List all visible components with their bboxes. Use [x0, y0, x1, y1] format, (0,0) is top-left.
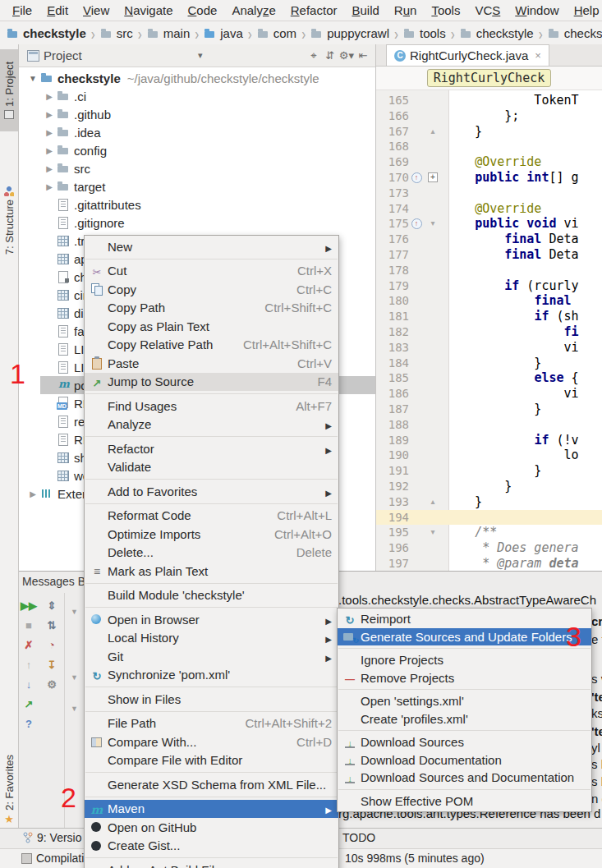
code-line[interactable]: 177 final Deta — [376, 247, 602, 263]
tree-row[interactable]: .idea — [19, 123, 375, 141]
context-menu-item[interactable]: Analyze — [85, 416, 338, 434]
breadcrumb-item[interactable]: main › — [147, 26, 204, 40]
override-method-icon[interactable] — [409, 172, 424, 183]
submenu-item[interactable]: Download Documentation — [338, 751, 591, 769]
tree-collapse-arrow-icon[interactable]: ▼ — [71, 608, 78, 616]
tree-expand-arrow-icon[interactable] — [42, 110, 57, 119]
menu-bar-item[interactable]: Refactor — [283, 2, 345, 18]
override-method-icon[interactable] — [409, 218, 424, 229]
fold-marker-icon[interactable] — [424, 216, 442, 232]
tab-close-icon[interactable]: × — [535, 49, 541, 62]
code-line[interactable]: 170 public int[] g — [376, 170, 602, 186]
context-menu-item[interactable]: Find Usages Alt+F7 — [85, 397, 338, 416]
menu-bar-item[interactable]: Code — [181, 2, 225, 18]
code-line[interactable]: 184 } — [376, 356, 602, 371]
context-menu-item[interactable]: Open on GitHub — [85, 818, 338, 837]
settings-icon[interactable]: ⚙▾ — [339, 49, 354, 62]
breadcrumb-item[interactable]: checks › — [548, 26, 602, 40]
submenu-item[interactable]: Remove Projects — [338, 669, 591, 687]
code-line[interactable]: 192 } — [376, 479, 602, 494]
code-line[interactable]: 175 public void vi — [376, 216, 602, 232]
code-line[interactable]: 169 @Override — [376, 154, 602, 170]
breadcrumb-item[interactable]: com › — [257, 26, 310, 40]
code-line[interactable]: 196 * Does genera — [376, 540, 602, 556]
code-line[interactable]: 190 lo — [376, 448, 602, 463]
next-message-icon[interactable]: ↓ — [20, 675, 38, 695]
context-menu-item[interactable]: Paste Ctrl+V — [85, 354, 338, 373]
code-line[interactable]: 165 TokenT — [376, 93, 602, 108]
code-line[interactable]: 181 if (sh — [376, 309, 602, 324]
breadcrumb-item[interactable]: checkstyle › — [7, 26, 100, 40]
hide-panel-icon[interactable]: ⇤ — [356, 49, 370, 62]
collapse-all-icon[interactable]: ⇅ — [43, 616, 61, 636]
menu-bar-item[interactable]: Help — [567, 2, 602, 18]
menu-bar-item[interactable]: VCS — [467, 2, 508, 18]
help-icon[interactable]: ? — [20, 714, 38, 734]
editor-tab[interactable]: C RightCurlyCheck.java × — [386, 44, 549, 66]
menu-bar-item[interactable]: Build — [344, 2, 386, 18]
version-control-tab[interactable]: 9: Versio — [23, 831, 81, 844]
menu-bar-item[interactable]: Tools — [424, 2, 467, 18]
context-menu-item[interactable]: Cut Ctrl+X — [85, 262, 338, 281]
context-menu-item[interactable]: New — [85, 237, 338, 256]
breadcrumb-item[interactable]: tools › — [403, 26, 460, 40]
context-menu-item[interactable]: Delete... Delete — [85, 544, 338, 563]
context-menu-item[interactable]: Copy Ctrl+C — [85, 280, 338, 299]
tree-row[interactable]: .gitignore — [19, 214, 375, 232]
code-line[interactable]: 194 — [376, 510, 602, 526]
code-line[interactable]: 188 — [376, 417, 602, 433]
tree-row[interactable]: src — [19, 159, 375, 177]
submenu-item[interactable]: Create 'profiles.xml' — [338, 710, 591, 728]
fold-marker-icon[interactable] — [424, 124, 442, 140]
breadcrumb-item[interactable]: java › — [204, 26, 257, 40]
context-menu-item[interactable]: Mark as Plain Text — [85, 562, 338, 581]
code-line[interactable]: 197 * @param deta — [376, 556, 602, 571]
tree-expand-arrow-icon[interactable] — [25, 489, 40, 498]
context-menu-item[interactable]: Compare With... Ctrl+D — [85, 733, 338, 751]
submenu-item[interactable]: Open 'settings.xml' — [338, 692, 591, 710]
context-menu-item[interactable]: Local History — [85, 629, 338, 648]
tree-row[interactable]: .ci — [19, 87, 375, 105]
code-line[interactable]: 168 — [376, 139, 602, 154]
context-menu-item[interactable]: Add as Ant Build File — [85, 861, 338, 868]
close-icon[interactable]: ✗ — [20, 636, 38, 655]
menu-bar-item[interactable]: Run — [387, 2, 425, 18]
menu-bar-item[interactable]: Analyze — [224, 2, 283, 18]
submenu-item[interactable]: Ignore Projects — [338, 651, 591, 669]
submenu-item[interactable]: Reimport — [338, 610, 591, 628]
tree-row[interactable]: target — [19, 177, 375, 195]
code-line[interactable]: 173 — [376, 186, 602, 201]
import-icon[interactable]: ↧ — [43, 655, 61, 675]
tree-expand-arrow-icon[interactable] — [42, 164, 57, 173]
tool-stripe-structure-tab[interactable]: 7: Structure — [0, 176, 18, 266]
code-editor[interactable]: 165 TokenT 166 }; 167 } 168 — [376, 90, 602, 571]
context-menu-item[interactable]: Maven — [85, 800, 338, 819]
code-line[interactable]: 187 } — [376, 402, 602, 417]
tree-row[interactable]: .github — [19, 105, 375, 123]
expand-all-icon[interactable]: ⇕ — [43, 596, 61, 616]
stop-icon[interactable]: ■ — [20, 616, 38, 636]
fold-marker-icon[interactable] — [424, 170, 442, 186]
code-line[interactable]: 180 final — [376, 293, 602, 309]
context-menu-item[interactable]: Generate XSD Schema from XML File... — [85, 775, 338, 794]
code-line[interactable]: 183 vi — [376, 340, 602, 356]
code-line[interactable]: 178 — [376, 263, 602, 278]
export-icon[interactable]: ↗ — [20, 695, 38, 714]
context-menu-item[interactable]: Refactor — [85, 439, 338, 458]
compilation-status[interactable]: Compilatio — [21, 852, 90, 865]
todo-tab[interactable]: TODO — [342, 831, 375, 844]
tree-row[interactable]: .gitattributes — [19, 195, 375, 214]
code-line[interactable]: 174 @Override — [376, 201, 602, 217]
code-line[interactable]: 185 else { — [376, 370, 602, 386]
submenu-item[interactable]: Download Sources — [338, 733, 591, 751]
breadcrumb-item[interactable]: puppycrawl › — [310, 26, 403, 40]
submenu-item[interactable]: Show Effective POM — [338, 792, 591, 811]
menu-bar-item[interactable]: Window — [508, 2, 566, 18]
tree-row[interactable]: config — [19, 141, 375, 159]
submenu-item[interactable]: Generate Sources and Update Folders — [338, 628, 591, 646]
fold-marker-icon[interactable] — [424, 525, 442, 540]
context-menu-item[interactable]: Copy Relative Path Ctrl+Alt+Shift+C — [85, 336, 338, 355]
code-line[interactable]: 167 } — [376, 124, 602, 140]
context-menu-item[interactable]: Open in Browser — [85, 610, 338, 629]
context-menu-item[interactable]: Copy as Plain Text — [85, 317, 338, 336]
